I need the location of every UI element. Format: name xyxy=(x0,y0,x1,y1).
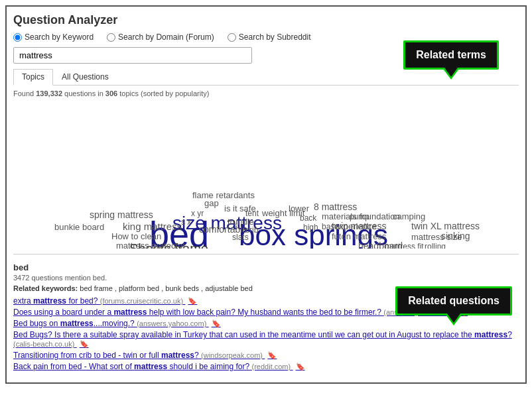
related-questions-label: Related questions xyxy=(408,295,499,306)
search-domain-label: Search by Domain (Forum) xyxy=(118,32,214,42)
word-cloud-item[interactable]: sinking xyxy=(441,231,470,242)
divider xyxy=(13,254,519,255)
result-section: bed 3472 questions mention bed. Related … xyxy=(13,260,519,376)
search-domain-option[interactable]: Search by Domain (Forum) xyxy=(107,32,214,42)
related-terms-callout: Related terms xyxy=(403,40,499,70)
callout-arrow2-inner xyxy=(447,314,460,323)
main-container: Question Analyzer Search by Keyword Sear… xyxy=(5,5,527,384)
question-link[interactable]: Back pain from bed - What sort of mattre… xyxy=(13,362,519,371)
word-cloud-item[interactable]: bunkie board xyxy=(54,222,104,233)
search-area: Related terms xyxy=(13,47,519,64)
word-cloud-item[interactable]: high xyxy=(303,223,318,232)
related-keywords-label: Related keywords: xyxy=(13,284,78,292)
word-cloud-item[interactable]: back xyxy=(300,213,316,223)
word-cloud-item[interactable]: slats xyxy=(232,233,249,242)
word-cloud-item[interactable]: headboard xyxy=(358,241,403,249)
word-cloud-item[interactable]: experience xyxy=(334,221,377,232)
tab-topics[interactable]: Topics xyxy=(13,69,53,86)
search-subreddit-option[interactable]: Search by Subreddit xyxy=(228,32,311,42)
search-keyword-label: Search by Keyword xyxy=(25,32,94,42)
word-cloud-item[interactable]: x yr xyxy=(191,209,204,218)
related-questions-callout: Related questions xyxy=(395,286,512,315)
search-subreddit-radio[interactable] xyxy=(228,33,236,42)
question-link[interactable]: Bed Bugs? Is there a suitable spray avai… xyxy=(13,330,519,349)
search-subreddit-label: Search by Subreddit xyxy=(239,32,311,42)
word-cloud-item[interactable]: mattress protector xyxy=(116,241,186,249)
word-cloud-item[interactable]: camping xyxy=(393,211,425,222)
word-cloud-item[interactable]: brand xyxy=(90,247,110,249)
word-cloud-item[interactable]: is it safe xyxy=(224,203,256,214)
search-keyword-radio[interactable] xyxy=(13,33,22,42)
word-cloud-item[interactable]: flame retardants xyxy=(192,190,255,201)
tab-all-questions[interactable]: All Questions xyxy=(53,69,117,85)
word-cloud-item[interactable]: spring mattress xyxy=(90,209,153,221)
question-link[interactable]: Transitioning from crib to bed - twin or… xyxy=(13,351,519,360)
word-cloud-item[interactable]: s x xyxy=(181,217,191,227)
question-link[interactable]: Bed bugs on mattress....moving.? (answer… xyxy=(13,319,519,328)
related-terms-box: Related terms xyxy=(403,40,499,70)
callout-arrow-inner xyxy=(444,68,458,77)
result-term: bed xyxy=(13,262,519,272)
related-questions-box: Related questions xyxy=(395,286,512,315)
app-title: Question Analyzer xyxy=(13,13,519,27)
result-count: 3472 questions mention bed. xyxy=(13,274,519,282)
search-domain-radio[interactable] xyxy=(107,33,115,42)
results-info: Found 139,332 questions in 306 topics (s… xyxy=(13,89,519,97)
search-input[interactable] xyxy=(13,47,252,64)
related-terms-label: Related terms xyxy=(416,49,486,60)
word-cloud-item[interactable]: rolling xyxy=(425,242,446,249)
word-cloud: bedbox springsMemory foam mattressnew ma… xyxy=(13,103,519,249)
related-keywords-values: bed frame , platform bed , bunk beds , a… xyxy=(80,284,253,292)
search-keyword-option[interactable]: Search by Keyword xyxy=(13,32,94,42)
word-cloud-item[interactable]: lower xyxy=(289,203,309,214)
